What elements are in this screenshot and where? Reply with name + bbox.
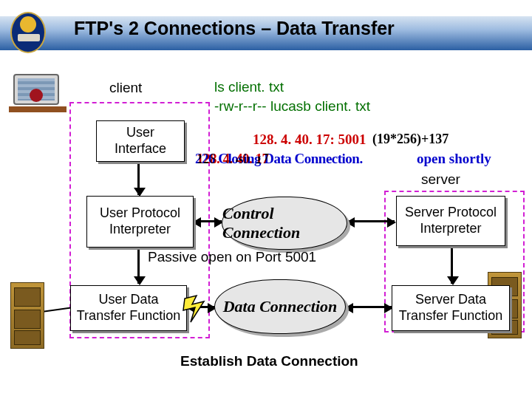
- control-connection-cloud: Control Connection: [222, 197, 347, 250]
- arrow-ui-to-upi: [137, 163, 140, 195]
- user-data-transfer-box: User Data Transfer Function: [70, 285, 187, 331]
- establish-connection-note: Establish Data Connection: [180, 353, 358, 369]
- server-label: server: [421, 171, 460, 188]
- data-connection-label: Data Connection: [223, 297, 338, 316]
- arrow-upi-to-udt: [137, 248, 140, 284]
- msg-server-ip: 128. 4. 40. 17: [197, 151, 269, 167]
- protocol-message-overlay: 128. 4. 40. 17: 5001 (19*256)+137 226 Cl…: [195, 132, 513, 170]
- msg-ip-port: 128. 4. 40. 17: 5001: [253, 132, 366, 148]
- client-label: client: [109, 80, 142, 96]
- svg-marker-0: [183, 296, 204, 322]
- workstation-icon: [9, 74, 66, 132]
- user-interface-label: User Interface: [100, 125, 181, 157]
- server-protocol-interpreter-box: Server Protocol Interpreter: [396, 196, 505, 246]
- msg-port-calc: (19*256)+137: [372, 132, 449, 147]
- data-connection-cloud: Data Connection: [214, 279, 346, 334]
- arrow-upi-to-control: [194, 220, 222, 222]
- msg-open-shortly: open shortly: [417, 151, 491, 167]
- user-interface-box: User Interface: [96, 120, 185, 162]
- user-dtf-label: User Data Transfer Function: [74, 292, 183, 324]
- server-pi-label: Server Protocol Interpreter: [400, 205, 502, 236]
- passive-open-note: Passive open on Port 5001: [148, 250, 316, 265]
- user-protocol-interpreter-box: User Protocol Interpreter: [86, 196, 194, 248]
- lightning-connection-icon: [182, 290, 214, 324]
- file-cabinet-icon: [10, 282, 44, 349]
- terminal-line-1: ls client. txt: [214, 79, 284, 95]
- user-pi-label: User Protocol Interpreter: [90, 205, 190, 237]
- arrow-data-to-sdt: [346, 306, 392, 308]
- control-connection-label: Control Connection: [222, 204, 347, 242]
- page-title: FTP's 2 Connections – Data Transfer: [74, 18, 395, 39]
- connector-line: [43, 307, 72, 313]
- arrow-spi-to-sdt: [451, 247, 453, 284]
- server-data-transfer-box: Server Data Transfer Function: [392, 285, 510, 331]
- server-dtf-label: Server Data Transfer Function: [395, 292, 506, 324]
- arrow-control-to-spi: [347, 220, 395, 222]
- terminal-line-2: -rw-r--r-- lucasb client. txt: [214, 98, 370, 115]
- university-crest-icon: [10, 12, 46, 53]
